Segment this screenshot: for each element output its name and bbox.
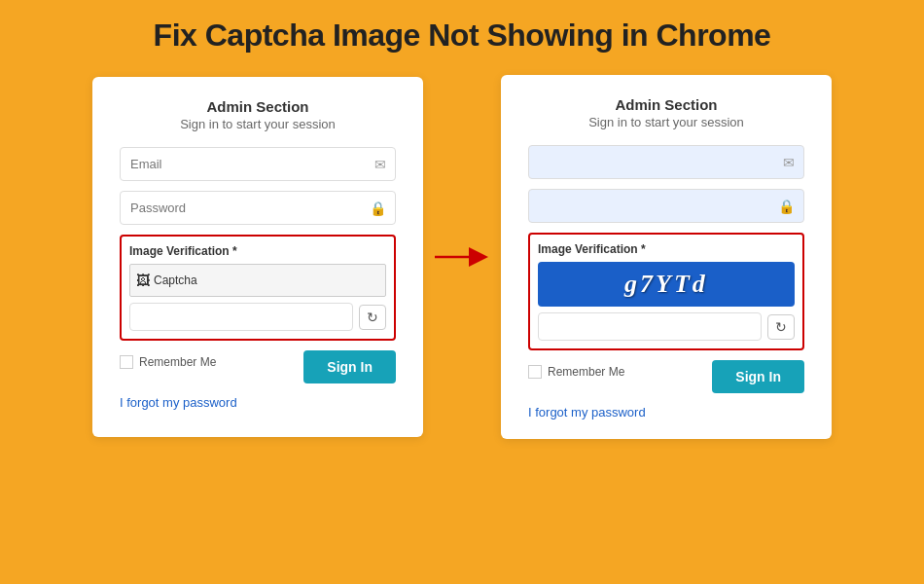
panels-row: Admin Section Sign in to start your sess… xyxy=(29,75,895,439)
right-arrow-icon xyxy=(433,245,491,269)
left-remember-row: Remember Me xyxy=(120,355,216,369)
right-lock-icon: 🔒 xyxy=(778,199,795,214)
left-panel-title: Admin Section xyxy=(120,98,396,115)
left-verification-label: Image Verification * xyxy=(129,244,386,258)
left-email-group: ✉ xyxy=(120,147,396,181)
left-captcha-broken: Captcha xyxy=(129,264,386,297)
lock-icon: 🔒 xyxy=(370,201,386,216)
left-refresh-button[interactable]: ↻ xyxy=(359,305,386,330)
left-captcha-input-row: ↻ xyxy=(129,303,386,331)
left-action-row: Remember Me Sign In xyxy=(120,350,396,383)
right-captcha-image: g7YTd xyxy=(538,262,795,307)
right-verification-label: Image Verification * xyxy=(538,242,795,256)
right-refresh-button[interactable]: ↻ xyxy=(767,314,795,340)
right-panel-title: Admin Section xyxy=(528,96,804,113)
right-email-input[interactable] xyxy=(528,145,804,179)
right-panel-subtitle: Sign in to start your session xyxy=(528,115,804,129)
right-remember-checkbox[interactable] xyxy=(528,365,542,379)
right-captcha-input[interactable] xyxy=(538,312,762,341)
right-panel-header: Admin Section Sign in to start your sess… xyxy=(528,96,804,129)
right-forgot-link[interactable]: I forgot my password xyxy=(528,405,804,420)
page-title: Fix Captcha Image Not Showing in Chrome xyxy=(154,18,771,54)
right-email-icon: ✉ xyxy=(783,155,795,170)
right-panel: Admin Section Sign in to start your sess… xyxy=(501,75,832,439)
left-panel-header: Admin Section Sign in to start your sess… xyxy=(120,98,396,131)
left-remember-checkbox[interactable] xyxy=(120,355,133,369)
right-captcha-input-row: ↻ xyxy=(538,312,795,341)
left-captcha-input[interactable] xyxy=(129,303,353,331)
right-action-row: Remember Me Sign In xyxy=(528,360,804,393)
right-password-input[interactable] xyxy=(528,189,804,223)
left-panel: Admin Section Sign in to start your sess… xyxy=(92,77,423,437)
arrow-container xyxy=(423,245,501,269)
right-sign-in-button[interactable]: Sign In xyxy=(712,360,804,393)
left-forgot-link[interactable]: I forgot my password xyxy=(120,395,396,410)
right-captcha-text: g7YTd xyxy=(624,270,708,299)
left-panel-subtitle: Sign in to start your session xyxy=(120,117,396,131)
left-verification-box: Image Verification * Captcha ↻ xyxy=(120,235,396,341)
right-password-group: 🔒 xyxy=(528,189,804,223)
left-remember-label: Remember Me xyxy=(139,355,216,369)
left-email-input[interactable] xyxy=(120,147,396,181)
email-icon: ✉ xyxy=(374,157,386,172)
right-remember-label: Remember Me xyxy=(548,365,624,379)
left-password-input[interactable] xyxy=(120,191,396,225)
right-remember-row: Remember Me xyxy=(528,365,624,379)
left-sign-in-button[interactable]: Sign In xyxy=(303,350,396,383)
right-email-group: ✉ xyxy=(528,145,804,179)
right-verification-box: Image Verification * g7YTd ↻ xyxy=(528,233,804,350)
left-password-group: 🔒 xyxy=(120,191,396,225)
